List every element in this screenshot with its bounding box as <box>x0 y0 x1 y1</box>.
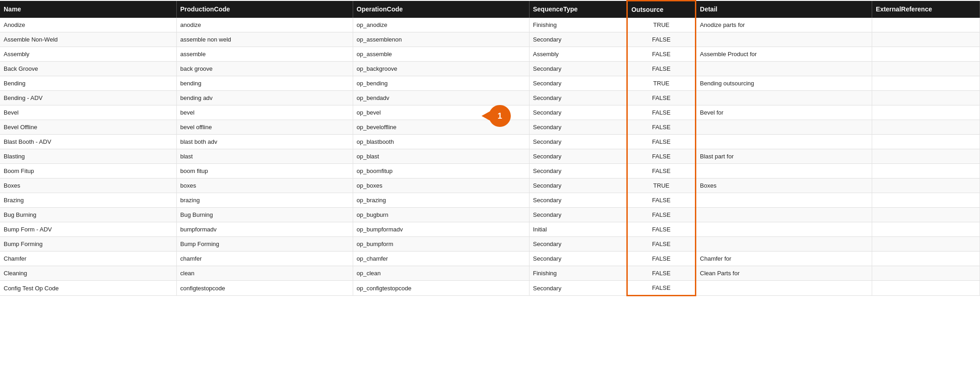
header-external-reference: ExternalReference <box>872 1 980 18</box>
cell-name: Boom Fitup <box>0 164 176 178</box>
cell-name: Assembly <box>0 47 176 62</box>
header-detail: Detail <box>696 1 872 18</box>
cell-outsource: FALSE <box>627 105 695 120</box>
cell-operation-code: op_blastbooth <box>353 135 529 149</box>
table-row: Bump FormingBump Formingop_bumpformSecon… <box>0 237 980 252</box>
cell-name: Blast Booth - ADV <box>0 135 176 149</box>
cell-sequence-type: Secondary <box>529 237 627 252</box>
cell-detail <box>696 164 872 178</box>
cell-name: Bump Form - ADV <box>0 222 176 237</box>
cell-name: Boxes <box>0 178 176 193</box>
cell-production-code: Bug Burning <box>176 208 353 222</box>
cell-sequence-type: Secondary <box>529 91 627 105</box>
cell-operation-code: op_anodize <box>353 18 529 32</box>
cell-external-reference <box>872 149 980 164</box>
cell-production-code: boom fitup <box>176 164 353 178</box>
cell-detail <box>696 32 872 47</box>
tooltip-label: 1 <box>498 111 502 121</box>
cell-outsource: FALSE <box>627 164 695 178</box>
cell-operation-code: op_boomfitup <box>353 164 529 178</box>
cell-outsource: FALSE <box>627 281 695 296</box>
cell-external-reference <box>872 252 980 266</box>
cell-detail <box>696 193 872 208</box>
cell-external-reference <box>872 32 980 47</box>
cell-external-reference <box>872 266 980 281</box>
cell-name: Config Test Op Code <box>0 281 176 296</box>
cell-outsource: FALSE <box>627 62 695 76</box>
table-row: Blast Booth - ADVblast both advop_blastb… <box>0 135 980 149</box>
table-row: Back Grooveback grooveop_backgrooveSecon… <box>0 62 980 76</box>
table-row: Config Test Op Codeconfigtestopcodeop_co… <box>0 281 980 296</box>
cell-sequence-type: Secondary <box>529 120 627 135</box>
cell-sequence-type: Finishing <box>529 266 627 281</box>
cell-name: Cleaning <box>0 266 176 281</box>
cell-outsource: FALSE <box>627 237 695 252</box>
cell-sequence-type: Initial <box>529 222 627 237</box>
cell-outsource: FALSE <box>627 32 695 47</box>
cell-production-code: blast <box>176 149 353 164</box>
cell-detail: Clean Parts for <box>696 266 872 281</box>
cell-production-code: brazing <box>176 193 353 208</box>
header-production-code: ProductionCode <box>176 1 353 18</box>
cell-sequence-type: Secondary <box>529 149 627 164</box>
cell-outsource: TRUE <box>627 76 695 91</box>
cell-detail: Boxes <box>696 178 872 193</box>
cell-operation-code: op_chamfer <box>353 252 529 266</box>
cell-detail <box>696 135 872 149</box>
cell-outsource: FALSE <box>627 91 695 105</box>
cell-external-reference <box>872 164 980 178</box>
cell-sequence-type: Secondary <box>529 32 627 47</box>
table-row: Chamferchamferop_chamferSecondaryFALSECh… <box>0 252 980 266</box>
cell-detail <box>696 62 872 76</box>
cell-production-code: assemble non weld <box>176 32 353 47</box>
cell-operation-code: op_bumpform <box>353 237 529 252</box>
table-header-row: Name ProductionCode OperationCode Sequen… <box>0 1 980 18</box>
cell-sequence-type: Secondary <box>529 208 627 222</box>
table-row: Boom Fitupboom fitupop_boomfitupSecondar… <box>0 164 980 178</box>
cell-sequence-type: Secondary <box>529 252 627 266</box>
cell-operation-code: op_assemble <box>353 47 529 62</box>
table-row: Brazingbrazingop_brazingSecondaryFALSE <box>0 193 980 208</box>
cell-operation-code: op_clean <box>353 266 529 281</box>
cell-operation-code: op_blast <box>353 149 529 164</box>
cell-detail: Anodize parts for <box>696 18 872 32</box>
header-outsource: Outsource <box>627 1 695 18</box>
cell-sequence-type: Secondary <box>529 193 627 208</box>
cell-outsource: FALSE <box>627 135 695 149</box>
cell-external-reference <box>872 18 980 32</box>
cell-sequence-type: Finishing <box>529 18 627 32</box>
cell-operation-code: op_configtestopcode <box>353 281 529 296</box>
cell-external-reference <box>872 91 980 105</box>
cell-production-code: anodize <box>176 18 353 32</box>
cell-outsource: FALSE <box>627 208 695 222</box>
cell-operation-code: op_bumpformadv <box>353 222 529 237</box>
table-row: Bending - ADVbending advop_bendadvSecond… <box>0 91 980 105</box>
cell-outsource: TRUE <box>627 178 695 193</box>
cell-production-code: bumpformadv <box>176 222 353 237</box>
cell-operation-code: op_bending <box>353 76 529 91</box>
table-row: Assemblyassembleop_assembleAssemblyFALSE… <box>0 47 980 62</box>
cell-name: Bevel <box>0 105 176 120</box>
cell-detail: Assemble Product for <box>696 47 872 62</box>
cell-production-code: Bump Forming <box>176 237 353 252</box>
cell-name: Blasting <box>0 149 176 164</box>
cell-production-code: bevel offline <box>176 120 353 135</box>
cell-detail <box>696 222 872 237</box>
cell-external-reference <box>872 208 980 222</box>
cell-production-code: back groove <box>176 62 353 76</box>
cell-outsource: FALSE <box>627 120 695 135</box>
cell-outsource: FALSE <box>627 193 695 208</box>
cell-name: Bending - ADV <box>0 91 176 105</box>
cell-sequence-type: Secondary <box>529 178 627 193</box>
header-sequence-type: SequenceType <box>529 1 627 18</box>
operations-table-container: Name ProductionCode OperationCode Sequen… <box>0 0 980 296</box>
cell-production-code: chamfer <box>176 252 353 266</box>
cell-detail: Chamfer for <box>696 252 872 266</box>
cell-operation-code: op_boxes <box>353 178 529 193</box>
cell-production-code: bevel <box>176 105 353 120</box>
cell-detail <box>696 91 872 105</box>
cell-sequence-type: Assembly <box>529 47 627 62</box>
cell-sequence-type: Secondary <box>529 135 627 149</box>
cell-sequence-type: Secondary <box>529 281 627 296</box>
cell-name: Back Groove <box>0 62 176 76</box>
